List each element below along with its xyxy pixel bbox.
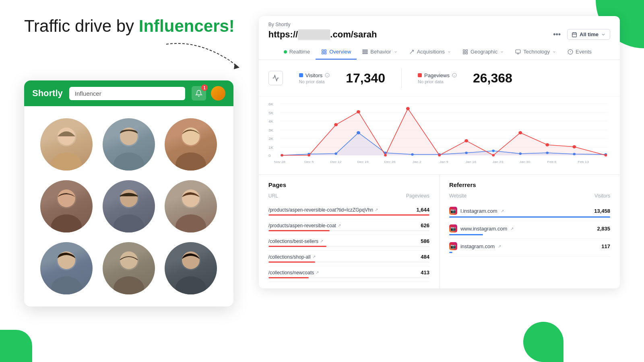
analytics-chart: 6K 5K 4K 3K 2K 1K 0 [268,101,610,165]
person-silhouette-1 [40,118,93,171]
svg-text:5K: 5K [268,111,274,115]
svg-marker-84 [282,109,605,155]
svg-rect-36 [363,49,367,50]
tab-acquisitions[interactable]: Acquisitions [403,45,457,60]
influencer-avatar-2[interactable] [103,118,155,171]
technology-icon [515,49,521,55]
influencer-avatar-9[interactable] [165,242,217,294]
svg-text:Dec 5: Dec 5 [304,160,314,163]
person-silhouette-3 [165,118,217,171]
referrer-row-3: 📷 instagram.com ↗ 117 [449,239,610,257]
svg-text:Feb 6: Feb 6 [547,160,556,163]
page-row-3: /collections/best-sellers ↗ 586 [268,235,429,251]
time-filter-label: All time [580,31,599,37]
pages-panel-title: Pages [268,181,429,188]
referrer-row-1: 📷 l.instagram.com ↗ 13,458 [449,204,610,221]
ext-link-icon-5: ↗ [316,270,319,275]
tab-acquisitions-label: Acquisitions [417,49,445,55]
referrer-count-1: 13,458 [594,208,610,214]
tab-realtime[interactable]: Realtime [278,45,316,60]
influencer-avatar-5[interactable] [103,180,155,232]
page-count-2: 626 [421,222,429,228]
svg-text:Jan 9: Jan 9 [440,160,448,163]
geographic-chevron-icon [500,50,504,54]
svg-line-39 [410,50,413,53]
visitors-color-dot [299,73,303,77]
headline-prefix: Traffic drive by [24,16,139,35]
notification-badge: 1 [201,84,208,91]
tab-events[interactable]: Events [562,45,597,60]
technology-chevron-icon [552,50,556,54]
tab-overview[interactable]: Overview [316,45,357,60]
events-icon [568,49,573,55]
page-count-4: 484 [421,254,429,260]
more-options-button[interactable]: ••• [553,30,561,39]
influencer-avatar-7[interactable] [40,242,93,294]
overview-icon [321,49,327,55]
svg-point-24 [120,251,138,269]
notification-button[interactable]: 1 [192,86,206,101]
tab-geographic-label: Geographic [471,49,497,55]
visitors-info-icon [325,73,330,78]
svg-point-95 [545,143,549,146]
tab-behavior[interactable]: Behavior [357,45,403,60]
svg-point-79 [492,150,495,152]
influencer-avatar-6[interactable] [165,180,217,232]
arrow-container [24,40,243,72]
referrers-panel-title: Referrers [449,181,610,188]
influencer-grid [24,106,233,306]
page-url-2: /products/aspen-reversible-coat ↗ [268,223,341,228]
page-bar-5 [268,277,309,278]
time-filter-selector[interactable]: All time [567,29,610,40]
main-container: Traffic drive by Influencers! Shortly [0,0,644,362]
page-row-5: /collections/newcoats ↗ 413 [268,266,429,282]
svg-point-90 [406,107,410,110]
person-silhouette-9 [165,242,217,294]
referrers-panel: Referrers Website Visitors 📷 l.instagram… [440,175,620,288]
svg-point-96 [572,145,576,148]
svg-rect-33 [324,49,326,51]
acquisitions-chevron-icon [447,50,451,54]
person-silhouette-6 [165,180,217,232]
page-row-1: /products/aspen-reversible-coat?tid=lczZ… [268,204,429,219]
tab-overview-label: Overview [329,49,351,55]
svg-point-12 [58,189,75,207]
svg-rect-35 [322,52,324,54]
search-input[interactable] [69,87,185,100]
instagram-icon-3: 📷 [449,242,457,250]
influencer-avatar-3[interactable] [165,118,217,171]
page-count-5: 413 [421,269,429,276]
ref-ext-link-2: ↗ [510,226,514,231]
pages-col-url: URL [268,193,278,199]
user-avatar[interactable] [211,86,225,101]
influencer-avatar-8[interactable] [103,242,155,294]
pages-panel: Pages URL Pageviews /products/aspen-reve… [259,175,440,288]
svg-text:Jan 2: Jan 2 [413,160,421,163]
geographic-icon [462,49,468,55]
svg-text:Dec 12: Dec 12 [330,160,342,163]
analytics-header: By Shortly https://▓▓▓▓▓.com/sarah ••• [259,16,620,60]
svg-rect-34 [324,52,326,54]
person-silhouette-4 [40,180,93,232]
tab-behavior-label: Behavior [370,49,391,55]
tab-technology[interactable]: Technology [510,45,562,60]
pages-header-row: URL Pageviews [268,193,429,200]
svg-rect-28 [572,33,577,37]
referrer-count-2: 2,835 [597,226,610,232]
pageviews-info-icon [452,73,457,78]
ref-ext-link-1: ↗ [501,209,504,213]
ref-bar-2 [449,234,483,235]
headline-highlight: Influencers! [139,16,235,35]
svg-text:3K: 3K [268,128,274,132]
pageviews-label: Pageviews [424,72,450,78]
chevron-down-icon [601,32,606,37]
influencer-avatar-1[interactable] [40,118,93,171]
page-row-4: /collections/shop-all ↗ 484 [268,251,429,266]
svg-rect-44 [516,49,520,53]
influencer-avatar-4[interactable] [40,180,93,232]
svg-text:1K: 1K [268,146,274,150]
pages-col-pageviews: Pageviews [406,193,429,199]
pageviews-stat: Pageviews No prior data [418,72,457,84]
tab-geographic[interactable]: Geographic [457,45,510,60]
page-url-5: /collections/newcoats ↗ [268,270,319,276]
